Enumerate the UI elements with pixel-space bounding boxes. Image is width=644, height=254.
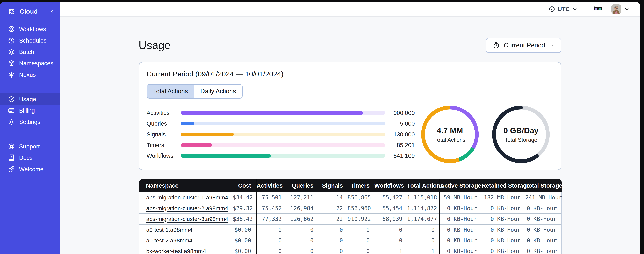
column-header-timers: Timers: [348, 179, 374, 192]
cell-signals: 0: [318, 246, 348, 254]
cell-cost: $34.42: [233, 192, 256, 203]
bar-category-label: Queries: [146, 120, 181, 127]
donut-charts: 4.7 MMTotal Actions 0 GB/DayTotal Storag…: [420, 104, 554, 164]
workflows-bar-fill: [181, 154, 271, 158]
cell-total-actions: 0: [407, 224, 440, 235]
account-menu-button[interactable]: [612, 4, 630, 14]
column-header-signals: Signals: [318, 179, 348, 192]
sidebar-item-schedules[interactable]: Schedules: [0, 35, 60, 46]
namespace-cell: abs-migration-cluster-3.a98mm4: [139, 214, 233, 224]
cell-cost: $38.42: [233, 214, 256, 224]
table-header-row: NamespaceCostActivitiesQueriesSignalsTim…: [139, 179, 562, 192]
usage-charts: Activities900,000Queries5,000Signals130,…: [146, 104, 554, 164]
sidebar-item-label: Support: [19, 143, 40, 150]
cell-workflows: 0: [374, 235, 407, 246]
queries-bar-fill: [181, 122, 194, 126]
cell-signals: 22: [318, 203, 348, 214]
chevron-down-icon: [624, 6, 630, 12]
sidebar-item-label: Schedules: [19, 37, 46, 44]
cell-total-storage: 0 KB-Hour: [525, 214, 562, 224]
chevron-down-icon: [549, 42, 554, 48]
donut-center-text: 0 GB/DayTotal Storage: [491, 104, 551, 164]
activities-bar-row: Activities900,000: [146, 108, 415, 118]
schedules-icon: [8, 37, 15, 44]
sidebar-item-nexus[interactable]: Nexus: [0, 69, 60, 80]
tab-total-actions[interactable]: Total Actions: [147, 84, 194, 98]
sidebar-item-support[interactable]: Support: [0, 141, 60, 152]
donut-value: 0 GB/Day: [504, 126, 538, 135]
namespace-link[interactable]: abs-migration-cluster-3.a98mm4: [146, 216, 228, 222]
nexus-icon: [8, 71, 15, 78]
current-period-card: Current Period (09/01/2024 — 10/01/2024)…: [138, 62, 561, 170]
cell-total-storage: 241 MB-Hour: [525, 192, 562, 203]
bar-category-label: Workflows: [146, 152, 181, 159]
namespace-cell: abs-migration-cluster-1.a98mm4: [139, 192, 233, 203]
cell-active-storage: 59 MB-Hour: [440, 192, 482, 203]
cell-total-storage: 0 KB-Hour: [525, 235, 562, 246]
sidebar-item-label: Workflows: [19, 26, 46, 32]
namespace-usage-table-section: NamespaceCostActivitiesQueriesSignalsTim…: [138, 179, 561, 254]
signals-bar-row: Signals130,000: [146, 129, 415, 140]
sidebar-item-label: Nexus: [19, 71, 36, 78]
cell-cost: $0.00: [233, 235, 256, 246]
cell-retained-storage: 0 KB-Hour: [482, 203, 525, 214]
stopwatch-icon: [493, 42, 500, 49]
namespace-cell: abs-migration-cluster-2.a98mm4: [139, 203, 233, 214]
namespace-link[interactable]: a0-test-1.a98mm4: [146, 226, 192, 233]
cell-signals: 0: [318, 224, 348, 235]
cell-activities: 75,501: [256, 192, 286, 203]
sidebar-item-workflows[interactable]: Workflows: [0, 24, 60, 35]
glasses-icon: [593, 4, 603, 14]
column-header-activities: Activities: [256, 179, 286, 192]
cell-active-storage: 0 KB-Hour: [440, 203, 482, 214]
activities-bar-fill: [181, 111, 363, 115]
bar-category-label: Activities: [146, 110, 181, 116]
table-row: a0-test-1.a98mm4$0.000000000 KB-Hour0 KB…: [139, 224, 562, 235]
queries-bar-track: [181, 122, 385, 126]
workflows-icon: [8, 26, 15, 33]
sidebar-item-batch[interactable]: Batch: [0, 46, 60, 58]
tab-daily-actions[interactable]: Daily Actions: [194, 84, 242, 98]
cell-total-storage: 0 KB-Hour: [525, 246, 562, 254]
table-row: abs-migration-cluster-3.a98mm4$38.4277,3…: [139, 214, 562, 224]
sidebar-item-settings[interactable]: Settings: [0, 116, 60, 128]
sidebar: Cloud WorkflowsSchedulesBatchNamespacesN…: [0, 2, 60, 254]
namespace-link[interactable]: abs-migration-cluster-2.a98mm4: [146, 205, 228, 212]
sidebar-item-namespaces[interactable]: Namespaces: [0, 58, 60, 69]
namespace-link[interactable]: abs-migration-cluster-1.a98mm4: [146, 194, 228, 200]
cell-active-storage: 0 KB-Hour: [440, 214, 482, 224]
feedback-glasses-button[interactable]: [593, 4, 603, 14]
bar-value-label: 5,000: [385, 120, 415, 127]
cell-timers: 856,960: [348, 203, 374, 214]
cell-cost: $29.32: [233, 203, 256, 214]
sidebar-item-billing[interactable]: Billing: [0, 105, 60, 116]
batch-icon: [8, 48, 15, 56]
period-selector-button[interactable]: Current Period: [486, 38, 561, 53]
signals-bar-fill: [181, 132, 234, 136]
chevron-down-icon: [572, 6, 578, 12]
sidebar-item-usage[interactable]: Usage: [0, 94, 60, 105]
workflows-bar-track: [181, 154, 385, 158]
column-header-cost: Cost: [233, 179, 256, 192]
cell-signals: 0: [318, 235, 348, 246]
cell-timers: 0: [348, 246, 374, 254]
activities-bar-track: [181, 111, 385, 115]
cell-cost: $0.00: [233, 246, 256, 254]
namespace-link[interactable]: a0-test-2.a98mm4: [146, 237, 192, 244]
namespace-link[interactable]: bk-worker-test.a98mm4: [146, 248, 206, 254]
sidebar-divider: [0, 136, 60, 136]
sidebar-item-welcome[interactable]: Welcome: [0, 164, 60, 175]
actions-bar-chart: Activities900,000Queries5,000Signals130,…: [146, 108, 415, 161]
cell-total-actions: 1: [407, 246, 440, 254]
cell-total-actions: 0: [407, 235, 440, 246]
bar-value-label: 900,000: [385, 110, 415, 116]
cell-active-storage: 0 KB-Hour: [440, 224, 482, 235]
cell-queries: 126,862: [286, 214, 318, 224]
sidebar-collapse-button[interactable]: [49, 9, 55, 14]
timezone-selector[interactable]: UTC: [548, 6, 578, 12]
cell-signals: 22: [318, 214, 348, 224]
sidebar-group-account: UsageBillingSettings: [0, 94, 60, 128]
sidebar-item-docs[interactable]: Docs: [0, 152, 60, 164]
sidebar-item-label: Namespaces: [19, 60, 53, 67]
timers-bar-row: Timers85,201: [146, 140, 415, 150]
